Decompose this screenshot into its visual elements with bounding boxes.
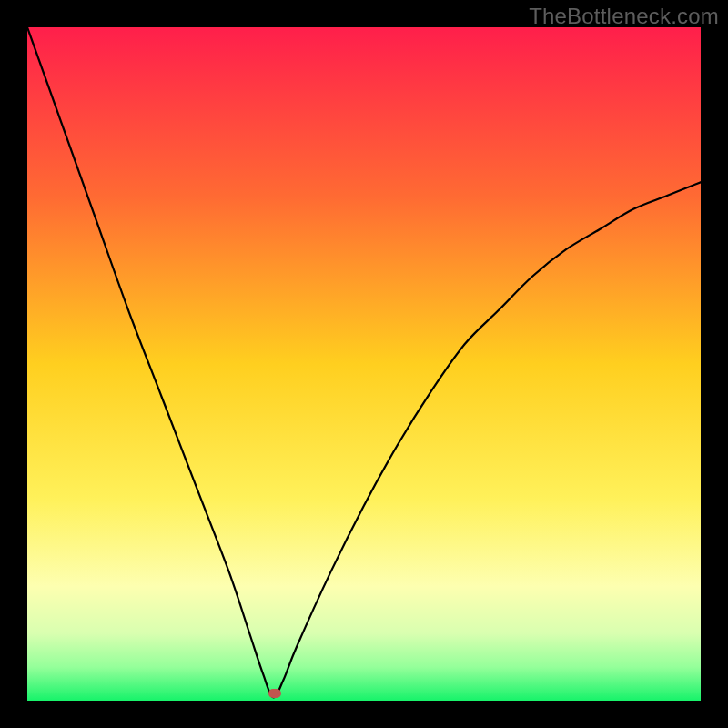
- chart-frame: TheBottleneck.com: [0, 0, 728, 728]
- plot-area: [27, 27, 701, 701]
- chart-svg: [27, 27, 701, 701]
- gradient-background: [27, 27, 701, 701]
- watermark-text: TheBottleneck.com: [529, 4, 719, 29]
- optimum-marker: [268, 689, 281, 698]
